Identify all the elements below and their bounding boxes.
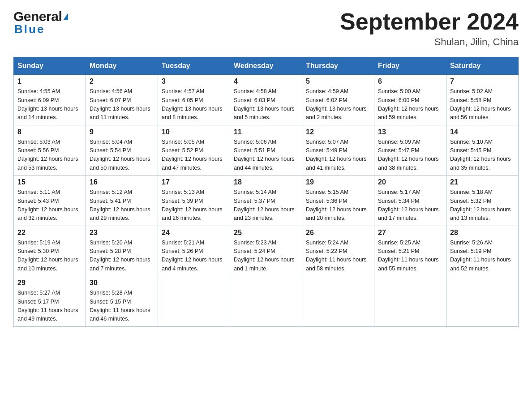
day-number: 7 bbox=[450, 77, 515, 86]
day-number: 15 bbox=[17, 178, 82, 186]
calendar-cell bbox=[374, 276, 446, 327]
day-number: 6 bbox=[378, 77, 442, 86]
calendar-cell bbox=[446, 276, 519, 327]
calendar-cell: 21Sunrise: 5:18 AMSunset: 5:32 PMDayligh… bbox=[446, 176, 519, 226]
day-info: Sunrise: 5:07 AMSunset: 5:49 PMDaylight:… bbox=[306, 138, 370, 173]
day-info: Sunrise: 5:27 AMSunset: 5:17 PMDaylight:… bbox=[17, 289, 82, 324]
calendar-cell: 30Sunrise: 5:28 AMSunset: 5:15 PMDayligh… bbox=[86, 276, 158, 327]
calendar-cell: 9Sunrise: 5:04 AMSunset: 5:54 PMDaylight… bbox=[86, 125, 158, 176]
day-info: Sunrise: 5:12 AMSunset: 5:41 PMDaylight:… bbox=[90, 188, 154, 223]
day-info: Sunrise: 4:56 AMSunset: 6:07 PMDaylight:… bbox=[90, 87, 154, 122]
page-header: General Blue September 2024 Shulan, Jili… bbox=[13, 9, 519, 48]
day-number: 1 bbox=[17, 77, 82, 86]
day-info: Sunrise: 4:57 AMSunset: 6:05 PMDaylight:… bbox=[162, 87, 226, 122]
calendar-week-row: 29Sunrise: 5:27 AMSunset: 5:17 PMDayligh… bbox=[14, 276, 519, 327]
calendar-cell: 4Sunrise: 4:58 AMSunset: 6:03 PMDaylight… bbox=[230, 75, 302, 125]
calendar-cell: 2Sunrise: 4:56 AMSunset: 6:07 PMDaylight… bbox=[86, 75, 158, 125]
header-saturday: Saturday bbox=[446, 57, 519, 75]
day-info: Sunrise: 5:20 AMSunset: 5:28 PMDaylight:… bbox=[90, 239, 154, 274]
day-number: 20 bbox=[378, 178, 442, 186]
calendar-cell: 12Sunrise: 5:07 AMSunset: 5:49 PMDayligh… bbox=[302, 125, 374, 176]
day-number: 2 bbox=[90, 77, 154, 86]
day-number: 17 bbox=[162, 178, 226, 186]
day-number: 21 bbox=[450, 178, 515, 186]
header-sunday: Sunday bbox=[14, 57, 86, 75]
day-number: 4 bbox=[234, 77, 298, 86]
day-number: 11 bbox=[234, 128, 298, 136]
day-info: Sunrise: 5:03 AMSunset: 5:56 PMDaylight:… bbox=[17, 138, 82, 173]
calendar-cell bbox=[230, 276, 302, 327]
day-info: Sunrise: 4:55 AMSunset: 6:09 PMDaylight:… bbox=[17, 87, 82, 122]
calendar-cell: 15Sunrise: 5:11 AMSunset: 5:43 PMDayligh… bbox=[14, 176, 86, 226]
day-number: 9 bbox=[90, 128, 154, 136]
calendar-cell: 24Sunrise: 5:21 AMSunset: 5:26 PMDayligh… bbox=[158, 226, 230, 276]
day-number: 28 bbox=[450, 229, 515, 237]
header-friday: Friday bbox=[374, 57, 446, 75]
calendar-cell: 3Sunrise: 4:57 AMSunset: 6:05 PMDaylight… bbox=[158, 75, 230, 125]
calendar-cell: 26Sunrise: 5:24 AMSunset: 5:22 PMDayligh… bbox=[302, 226, 374, 276]
day-info: Sunrise: 5:28 AMSunset: 5:15 PMDaylight:… bbox=[90, 289, 154, 324]
calendar-cell: 27Sunrise: 5:25 AMSunset: 5:21 PMDayligh… bbox=[374, 226, 446, 276]
calendar-table: Sunday Monday Tuesday Wednesday Thursday… bbox=[13, 57, 519, 327]
calendar-cell: 28Sunrise: 5:26 AMSunset: 5:19 PMDayligh… bbox=[446, 226, 519, 276]
calendar-title-area: September 2024 Shulan, Jilin, China bbox=[340, 9, 519, 48]
calendar-week-row: 22Sunrise: 5:19 AMSunset: 5:30 PMDayligh… bbox=[14, 226, 519, 276]
day-info: Sunrise: 5:13 AMSunset: 5:39 PMDaylight:… bbox=[162, 188, 226, 223]
header-thursday: Thursday bbox=[302, 57, 374, 75]
day-info: Sunrise: 5:04 AMSunset: 5:54 PMDaylight:… bbox=[90, 138, 154, 173]
day-number: 3 bbox=[162, 77, 226, 86]
day-number: 5 bbox=[306, 77, 370, 86]
day-number: 18 bbox=[234, 178, 298, 186]
day-info: Sunrise: 5:21 AMSunset: 5:26 PMDaylight:… bbox=[162, 239, 226, 274]
calendar-cell bbox=[158, 276, 230, 327]
header-monday: Monday bbox=[86, 57, 158, 75]
day-number: 24 bbox=[162, 229, 226, 237]
day-info: Sunrise: 5:11 AMSunset: 5:43 PMDaylight:… bbox=[17, 188, 82, 223]
calendar-cell: 29Sunrise: 5:27 AMSunset: 5:17 PMDayligh… bbox=[14, 276, 86, 327]
day-number: 23 bbox=[90, 229, 154, 237]
calendar-cell: 7Sunrise: 5:02 AMSunset: 5:58 PMDaylight… bbox=[446, 75, 519, 125]
calendar-cell: 8Sunrise: 5:03 AMSunset: 5:56 PMDaylight… bbox=[14, 125, 86, 176]
calendar-cell: 1Sunrise: 4:55 AMSunset: 6:09 PMDaylight… bbox=[14, 75, 86, 125]
header-wednesday: Wednesday bbox=[230, 57, 302, 75]
day-info: Sunrise: 5:25 AMSunset: 5:21 PMDaylight:… bbox=[378, 239, 442, 274]
day-number: 26 bbox=[306, 229, 370, 237]
day-number: 10 bbox=[162, 128, 226, 136]
day-number: 12 bbox=[306, 128, 370, 136]
day-number: 19 bbox=[306, 178, 370, 186]
day-info: Sunrise: 5:23 AMSunset: 5:24 PMDaylight:… bbox=[234, 239, 298, 274]
day-info: Sunrise: 4:59 AMSunset: 6:02 PMDaylight:… bbox=[306, 87, 370, 122]
calendar-cell: 11Sunrise: 5:06 AMSunset: 5:51 PMDayligh… bbox=[230, 125, 302, 176]
calendar-week-row: 8Sunrise: 5:03 AMSunset: 5:56 PMDaylight… bbox=[14, 125, 519, 176]
day-info: Sunrise: 5:26 AMSunset: 5:19 PMDaylight:… bbox=[450, 239, 515, 274]
calendar-cell: 23Sunrise: 5:20 AMSunset: 5:28 PMDayligh… bbox=[86, 226, 158, 276]
header-tuesday: Tuesday bbox=[158, 57, 230, 75]
day-info: Sunrise: 5:15 AMSunset: 5:36 PMDaylight:… bbox=[306, 188, 370, 223]
calendar-cell: 6Sunrise: 5:00 AMSunset: 6:00 PMDaylight… bbox=[374, 75, 446, 125]
calendar-subtitle: Shulan, Jilin, China bbox=[340, 36, 519, 48]
day-info: Sunrise: 5:18 AMSunset: 5:32 PMDaylight:… bbox=[450, 188, 515, 223]
calendar-cell: 18Sunrise: 5:14 AMSunset: 5:37 PMDayligh… bbox=[230, 176, 302, 226]
calendar-title: September 2024 bbox=[340, 9, 519, 34]
day-number: 27 bbox=[378, 229, 442, 237]
calendar-week-row: 15Sunrise: 5:11 AMSunset: 5:43 PMDayligh… bbox=[14, 176, 519, 226]
weekday-header-row: Sunday Monday Tuesday Wednesday Thursday… bbox=[14, 57, 519, 75]
calendar-cell: 14Sunrise: 5:10 AMSunset: 5:45 PMDayligh… bbox=[446, 125, 519, 176]
calendar-cell: 20Sunrise: 5:17 AMSunset: 5:34 PMDayligh… bbox=[374, 176, 446, 226]
day-info: Sunrise: 5:00 AMSunset: 6:00 PMDaylight:… bbox=[378, 87, 442, 122]
calendar-cell: 16Sunrise: 5:12 AMSunset: 5:41 PMDayligh… bbox=[86, 176, 158, 226]
day-info: Sunrise: 5:14 AMSunset: 5:37 PMDaylight:… bbox=[234, 188, 298, 223]
day-number: 16 bbox=[90, 178, 154, 186]
day-info: Sunrise: 5:17 AMSunset: 5:34 PMDaylight:… bbox=[378, 188, 442, 223]
logo-triangle-icon bbox=[63, 13, 68, 20]
day-number: 22 bbox=[17, 229, 82, 237]
calendar-cell bbox=[302, 276, 374, 327]
day-info: Sunrise: 5:02 AMSunset: 5:58 PMDaylight:… bbox=[450, 87, 515, 122]
day-number: 25 bbox=[234, 229, 298, 237]
day-info: Sunrise: 5:19 AMSunset: 5:30 PMDaylight:… bbox=[17, 239, 82, 274]
calendar-cell: 13Sunrise: 5:09 AMSunset: 5:47 PMDayligh… bbox=[374, 125, 446, 176]
day-info: Sunrise: 5:05 AMSunset: 5:52 PMDaylight:… bbox=[162, 138, 226, 173]
day-info: Sunrise: 5:06 AMSunset: 5:51 PMDaylight:… bbox=[234, 138, 298, 173]
day-number: 14 bbox=[450, 128, 515, 136]
calendar-cell: 5Sunrise: 4:59 AMSunset: 6:02 PMDaylight… bbox=[302, 75, 374, 125]
